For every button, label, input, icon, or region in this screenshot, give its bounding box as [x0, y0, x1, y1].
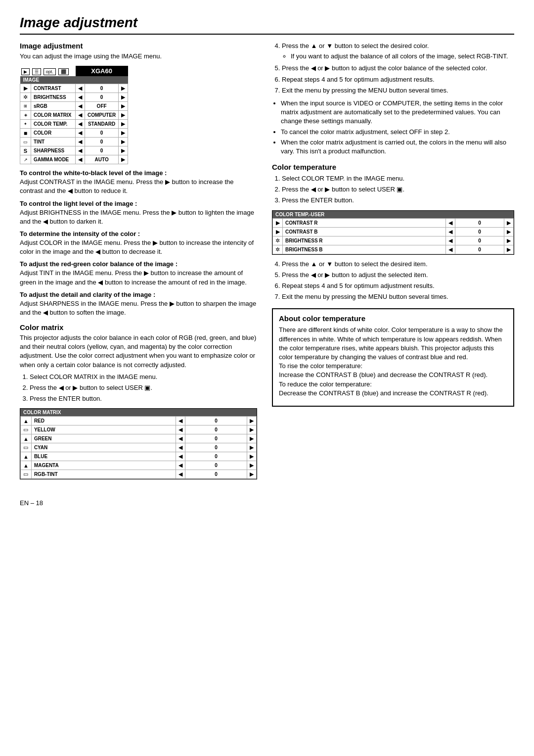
- step-4-bullet: If you want to adjust the balance of all…: [291, 52, 514, 61]
- brightness-r-icon: ✲: [273, 236, 283, 245]
- green-label: GREEN: [31, 434, 176, 443]
- cyan-icon: ▭: [21, 443, 32, 452]
- image-adjustment-heading: Image adjustment: [20, 42, 257, 50]
- ct-step-2: Press the ◀ or ▶ button to select USER ▣…: [282, 185, 514, 194]
- contrast-r-label: CONTRAST R: [283, 218, 446, 227]
- ct-step-6: Repeat steps 4 and 5 for optimum adjustm…: [282, 282, 514, 290]
- rgbtint-icon: ▭: [21, 470, 32, 479]
- color-matrix-intro: This projector adjusts the color balance…: [20, 333, 257, 370]
- color-temp-table-header: COLOR TEMP.-USER: [272, 211, 514, 218]
- blue-label: BLUE: [31, 452, 176, 461]
- srgb-label: sRGB: [31, 102, 76, 111]
- ct-step-3: Press the ENTER button.: [282, 196, 514, 205]
- image-section-label: IMAGE: [20, 76, 128, 84]
- color-matrix-label: COLOR MATRIX: [31, 111, 76, 120]
- ct-step-7: Exit the menu by pressing the MENU butto…: [282, 292, 514, 301]
- step-6: Repeat steps 4 and 5 for optimum adjustm…: [282, 75, 514, 84]
- color-label: COLOR: [31, 129, 76, 138]
- contrast-b-label: CONTRAST B: [283, 227, 446, 236]
- contrast-label: CONTRAST: [31, 84, 76, 93]
- right-steps-continued: Press the ▲ or ▼ button to select the de…: [282, 42, 514, 95]
- color-matrix-box: COLOR MATRIX ▲ RED ◀ 0 ▶ ▭ YELLOW ◀ 0 ▶: [20, 408, 257, 479]
- note-2: To cancel the color matrix adjustment, s…: [281, 128, 514, 137]
- step-5: Press the ◀ or ▶ button to adjust the co…: [282, 64, 514, 73]
- green-icon: ▲: [21, 434, 32, 443]
- adjustment-section-sharpness: To adjust the detail and clarity of the …: [20, 291, 257, 317]
- page-title: Image adjustment: [20, 15, 514, 35]
- brightness-r-label: BRIGHTNESS R: [283, 236, 446, 245]
- adjustment-section-color: To determine the intensity of the color …: [20, 230, 257, 256]
- color-temp-heading: Color temperature: [272, 163, 514, 171]
- contrast-b-icon: ▶: [273, 227, 283, 236]
- ct-step-4: Press the ▲ or ▼ button to select the de…: [282, 260, 514, 269]
- step-2: Press the ◀ or ▶ button to select USER ▣…: [30, 383, 257, 392]
- red-icon: ▲: [21, 417, 32, 425]
- color-matrix-table-header: COLOR MATRIX: [20, 409, 257, 416]
- brightness-b-icon: ✲: [273, 245, 283, 254]
- tint-label: TINT: [31, 138, 76, 146]
- rgbtint-label: RGB-TINT: [31, 470, 176, 479]
- ct-step-5: Press the ◀ or ▶ button to adjust the se…: [282, 271, 514, 280]
- srgb-icon: ⊞: [20, 102, 31, 111]
- adjustment-section-tint: To adjust the red-green color balance of…: [20, 260, 257, 286]
- xga-label: XGA60: [76, 66, 128, 76]
- color-temp-steps-after: Press the ▲ or ▼ button to select the de…: [282, 260, 514, 302]
- yellow-label: YELLOW: [31, 425, 176, 434]
- color-temp-box: COLOR TEMP.-USER ▶ CONTRAST R ◀ 0 ▶ ▶ CO…: [272, 210, 514, 255]
- color-temp-steps: Select COLOR TEMP. in the IMAGE menu. Pr…: [282, 174, 514, 205]
- brightness-icon: ✲: [20, 93, 31, 102]
- magenta-icon: ▲: [21, 461, 32, 470]
- about-color-temp-box: About color temperature There are differ…: [272, 308, 514, 407]
- step-1: Select COLOR MATRIX in the IMAGE menu.: [30, 373, 257, 381]
- brightness-b-label: BRIGHTNESS B: [283, 245, 446, 254]
- step-7: Exit the menu by pressing the MENU butto…: [282, 86, 514, 95]
- about-color-temp-text: There are different kinds of white color…: [279, 326, 507, 398]
- image-menu-table: ▶ ☰ opt. ⬛ XGA60 IMAGE ▶ CONTRAST ◀ 0 ▶ …: [20, 66, 128, 164]
- page-footer: EN – 18: [20, 499, 514, 507]
- color-matrix-steps: Select COLOR MATRIX in the IMAGE menu. P…: [30, 373, 257, 404]
- color-matrix-heading: Color matrix: [20, 323, 257, 331]
- contrast-r-icon: ▶: [273, 218, 283, 227]
- color-temp-icon: ✦: [20, 120, 31, 129]
- color-icon: ◼: [20, 129, 31, 138]
- note-3: When the color matrix adjustment is carr…: [281, 138, 514, 156]
- sharpness-label: SHARPNESS: [31, 146, 76, 155]
- magenta-label: MAGENTA: [31, 461, 176, 470]
- tint-icon: ▭: [20, 138, 31, 146]
- ct-step-1: Select COLOR TEMP. in the IMAGE menu.: [282, 174, 514, 183]
- color-matrix-icon: ◈: [20, 111, 31, 120]
- yellow-icon: ▭: [21, 425, 32, 434]
- color-matrix-notes: When the input source is VIDEO or COMPUT…: [281, 99, 514, 156]
- color-temp-label: COLOR TEMP.: [31, 120, 76, 129]
- adjustment-section-brightness: To control the light level of the image …: [20, 200, 257, 226]
- note-1: When the input source is VIDEO or COMPUT…: [281, 99, 514, 126]
- cyan-label: CYAN: [31, 443, 176, 452]
- step-4: Press the ▲ or ▼ button to select the de…: [282, 42, 514, 61]
- contrast-icon: ▶: [20, 84, 31, 93]
- red-label: RED: [31, 417, 176, 425]
- image-adjustment-intro: You can adjust the image using the IMAGE…: [20, 52, 257, 61]
- blue-icon: ▲: [21, 452, 32, 461]
- about-color-temp-heading: About color temperature: [279, 314, 507, 323]
- step-3: Press the ENTER button.: [30, 394, 257, 403]
- gamma-label: GAMMA MODE: [31, 155, 76, 164]
- brightness-label: BRIGHTNESS: [31, 93, 76, 102]
- sharpness-icon: S: [20, 146, 31, 155]
- adjustment-section-contrast: To control the white-to-black level of t…: [20, 169, 257, 195]
- gamma-icon: ↗: [20, 155, 31, 164]
